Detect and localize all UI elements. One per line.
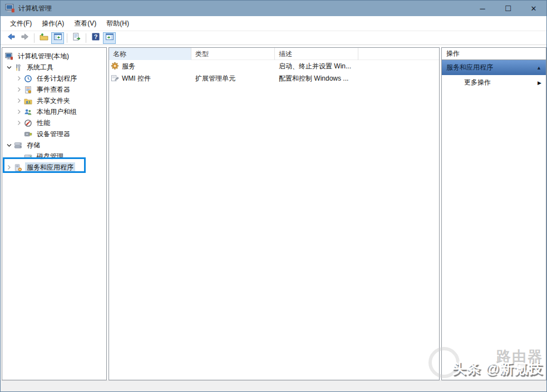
column-header-type[interactable]: 类型 <box>191 48 275 60</box>
event-viewer-icon <box>23 85 33 94</box>
action-pane: 操作 服务和应用程序 ▲ 更多操作 ▶ <box>441 47 546 380</box>
action-group-label: 服务和应用程序 <box>446 63 493 72</box>
tree-item-services-and-applications[interactable]: 服务和应用程序 <box>2 162 106 173</box>
chevron-collapsed-icon[interactable] <box>14 96 23 105</box>
device-manager-icon <box>23 130 33 138</box>
status-strip <box>1 380 546 392</box>
list-cell-type: 扩展管理单元 <box>191 72 275 85</box>
up-one-level-icon <box>40 32 48 43</box>
menu-file[interactable]: 文件(F) <box>5 17 37 31</box>
column-header-description[interactable]: 描述 <box>275 48 358 60</box>
tree-item-storage[interactable]: 存储 <box>2 140 106 151</box>
back-arrow-icon <box>7 32 16 43</box>
chevron-none <box>14 152 23 161</box>
system-tools-icon <box>13 63 23 72</box>
titlebar: 计算机管理 ─ ☐ ✕ <box>1 1 546 16</box>
storage-icon <box>13 141 23 150</box>
tree-item-system-tools[interactable]: 系统工具 <box>2 62 106 73</box>
column-header-name[interactable]: 名称 <box>109 48 191 60</box>
more-actions-label: 更多操作 <box>464 78 491 87</box>
toolbar: ? <box>1 31 546 45</box>
computer-management-icon <box>4 52 14 61</box>
toolbar-separator <box>67 33 67 43</box>
menu-help[interactable]: 帮助(H) <box>101 17 134 31</box>
chevron-collapsed-icon[interactable] <box>14 74 23 83</box>
chevron-expanded-icon[interactable] <box>4 141 13 150</box>
toolbar-separator <box>34 33 35 43</box>
action-pane-title: 操作 <box>442 48 546 60</box>
list-row-services[interactable]: 服务 启动、终止并设置 Win... <box>109 60 439 72</box>
shared-folders-icon <box>23 96 33 105</box>
window-title: 计算机管理 <box>18 4 52 13</box>
tree-item-task-scheduler[interactable]: 任务计划程序 <box>2 73 106 84</box>
tree-item-performance[interactable]: 性能 <box>2 117 106 128</box>
help-button[interactable]: ? <box>89 32 102 44</box>
chevron-collapsed-icon[interactable] <box>14 107 23 116</box>
list-cell-name: WMI 控件 <box>122 74 151 83</box>
local-users-groups-icon <box>23 107 33 116</box>
up-one-level-button[interactable] <box>37 32 50 44</box>
action-group-services-and-applications[interactable]: 服务和应用程序 ▲ <box>442 60 546 75</box>
forward-button[interactable] <box>18 32 31 44</box>
list-cell-name: 服务 <box>122 62 135 71</box>
forward-arrow-icon <box>21 32 29 43</box>
chevron-collapsed-icon[interactable] <box>14 85 23 94</box>
tree-item-computer-management-local[interactable]: 计算机管理(本地) <box>2 51 106 62</box>
computer-management-app-icon <box>5 3 15 13</box>
list-row-wmi-control[interactable]: WMI 控件 扩展管理单元 配置和控制 Windows ... <box>109 72 439 85</box>
export-list-icon <box>72 32 81 43</box>
list-cell-type <box>191 60 275 72</box>
list-header-row: 名称 类型 描述 <box>109 48 439 60</box>
menu-view[interactable]: 查看(V) <box>69 17 101 31</box>
collapse-arrow-icon[interactable]: ▲ <box>536 65 541 71</box>
help-icon: ? <box>91 32 100 43</box>
task-scheduler-icon <box>23 74 33 83</box>
export-list-button[interactable] <box>70 32 83 44</box>
chevron-collapsed-icon[interactable] <box>14 118 23 127</box>
show-console-tree-icon <box>53 32 62 43</box>
list-cell-description: 配置和控制 Windows ... <box>275 72 408 85</box>
details-list-panel: 名称 类型 描述 服务 启动、终止并设置 Win... WMI 控件 扩展管理单… <box>109 47 440 380</box>
disk-management-icon <box>23 152 33 161</box>
tree-item-shared-folders[interactable]: 共享文件夹 <box>2 95 106 106</box>
chevron-none <box>14 130 23 138</box>
wmi-control-icon <box>111 74 120 83</box>
maximize-button[interactable]: ☐ <box>495 1 521 16</box>
services-applications-icon <box>13 163 23 172</box>
toolbar-separator <box>86 33 86 43</box>
svg-text:?: ? <box>93 33 97 40</box>
tree-item-local-users-and-groups[interactable]: 本地用户和组 <box>2 106 106 117</box>
show-action-pane-icon <box>105 32 114 43</box>
submenu-arrow-icon: ▶ <box>538 80 541 86</box>
close-button[interactable]: ✕ <box>521 1 546 16</box>
tree-item-disk-management[interactable]: 磁盘管理 <box>2 151 106 162</box>
services-icon <box>111 62 120 71</box>
chevron-collapsed-icon[interactable] <box>4 163 13 172</box>
computer-management-window: 计算机管理 ─ ☐ ✕ 文件(F) 操作(A) 查看(V) 帮助(H) ? 计算… <box>0 0 547 392</box>
show-action-pane-button[interactable] <box>103 32 116 44</box>
tree-item-event-viewer[interactable]: 事件查看器 <box>2 84 106 95</box>
menu-action[interactable]: 操作(A) <box>37 17 69 31</box>
menubar: 文件(F) 操作(A) 查看(V) 帮助(H) <box>1 16 546 31</box>
more-actions-item[interactable]: 更多操作 ▶ <box>442 75 546 90</box>
performance-icon <box>23 118 33 127</box>
tree-item-device-manager[interactable]: 设备管理器 <box>2 128 106 140</box>
minimize-button[interactable]: ─ <box>470 1 495 16</box>
console-tree-panel: 计算机管理(本地) 系统工具 任务计划程序 事件查看器 共享文件夹 本地用户和组 <box>2 47 107 380</box>
list-cell-description: 启动、终止并设置 Win... <box>275 60 408 72</box>
back-button[interactable] <box>4 32 17 44</box>
show-console-tree-button[interactable] <box>51 32 64 44</box>
chevron-expanded-icon[interactable] <box>4 63 13 72</box>
